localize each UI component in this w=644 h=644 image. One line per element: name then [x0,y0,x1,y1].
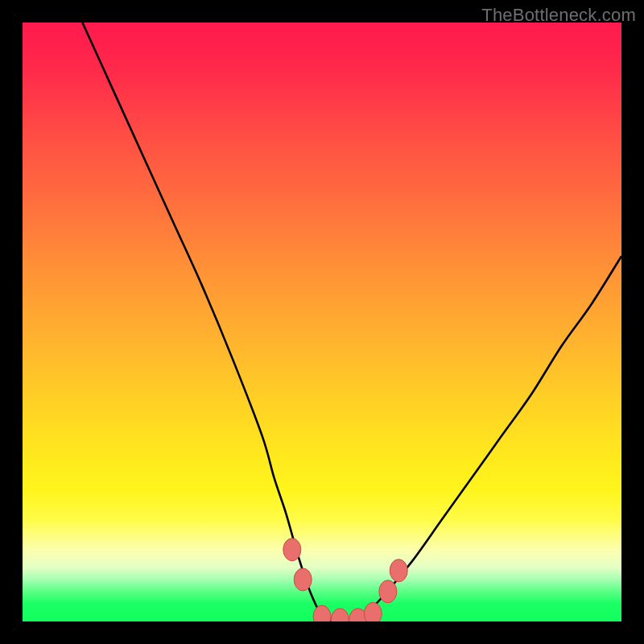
curve-marker [379,580,397,603]
curve-marker [331,609,349,621]
watermark-text: TheBottleneck.com [481,5,636,26]
curve-marker [364,602,382,621]
bottleneck-curve [82,23,621,621]
curve-marker [390,559,407,582]
marker-group [283,539,407,621]
curve-svg [23,23,621,621]
curve-marker [313,605,331,621]
curve-marker [283,539,301,561]
curve-marker [294,568,312,591]
chart-frame: TheBottleneck.com [0,0,644,644]
plot-area [23,23,621,621]
